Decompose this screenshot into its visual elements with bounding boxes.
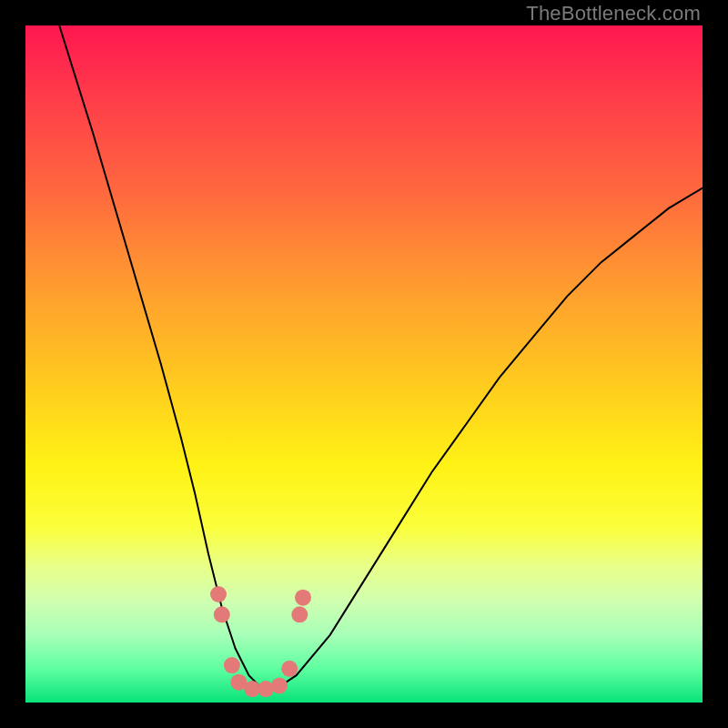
curve-markers bbox=[210, 586, 311, 697]
watermark-text: TheBottleneck.com bbox=[526, 2, 701, 25]
plot-area bbox=[25, 25, 703, 703]
chart-frame: TheBottleneck.com bbox=[0, 0, 728, 728]
curve-marker bbox=[281, 661, 298, 677]
curve-marker bbox=[291, 606, 308, 622]
bottleneck-curve bbox=[59, 25, 703, 689]
chart-svg bbox=[25, 25, 703, 703]
curve-marker bbox=[271, 677, 288, 693]
curve-marker bbox=[210, 586, 227, 602]
curve-marker bbox=[214, 606, 230, 622]
curve-marker bbox=[224, 657, 240, 673]
curve-marker bbox=[295, 590, 311, 606]
